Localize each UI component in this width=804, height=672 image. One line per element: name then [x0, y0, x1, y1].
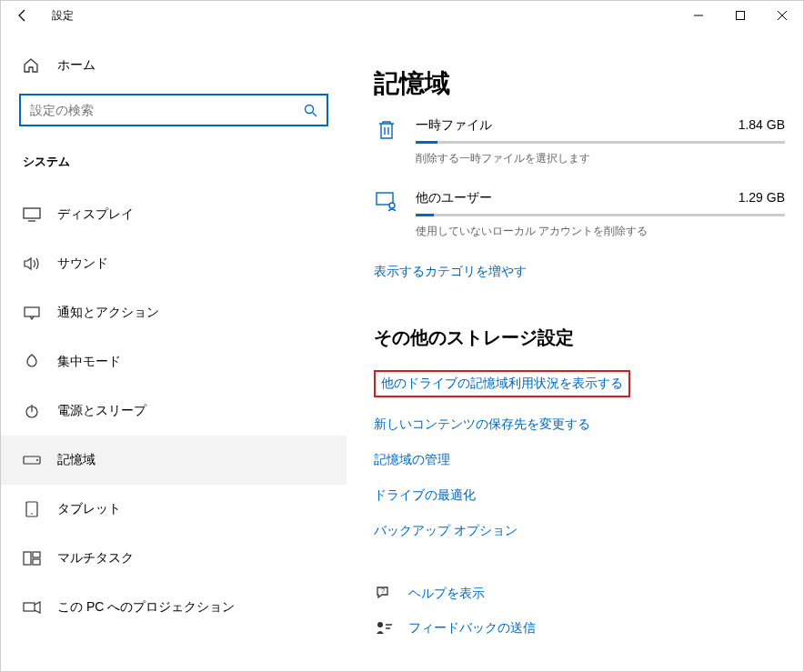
close-icon: [778, 11, 787, 20]
nav-label: この PC へのプロジェクション: [57, 599, 235, 616]
nav-label: タブレット: [57, 501, 121, 517]
svg-rect-1: [737, 12, 745, 20]
nav-tablet[interactable]: タブレット: [19, 485, 328, 534]
arrow-left-icon: [15, 8, 30, 23]
nav-power[interactable]: 電源とスリープ: [19, 386, 328, 436]
sidebar: ホーム システム ディスプレイ サウンド 通知とアクション 集中モード 電源とス…: [1, 30, 347, 671]
category-label: システム: [19, 154, 328, 170]
feedback-row[interactable]: フィードバックの送信: [374, 619, 785, 637]
help-icon: ?: [374, 585, 394, 603]
users-icon: [374, 190, 399, 239]
nav-label: 電源とスリープ: [57, 403, 146, 419]
nav-sound[interactable]: サウンド: [19, 239, 328, 288]
focus-icon: [23, 354, 41, 370]
svg-text:?: ?: [381, 587, 385, 594]
back-button[interactable]: [8, 1, 37, 30]
window-title: 設定: [52, 8, 74, 24]
other-drives-link[interactable]: 他のドライブの記憶域利用状況を表示する: [374, 370, 630, 397]
storage-desc: 削除する一時ファイルを選択します: [416, 151, 785, 166]
nav-label: サウンド: [57, 256, 108, 272]
nav-label: 集中モード: [57, 354, 121, 370]
feedback-icon: [374, 619, 394, 637]
maximize-icon: [736, 11, 745, 20]
storage-item-temp[interactable]: 一時ファイル1.84 GB 削除する一時ファイルを選択します: [374, 117, 785, 166]
maximize-button[interactable]: [719, 1, 761, 30]
svg-point-12: [36, 459, 38, 461]
svg-rect-18: [24, 603, 35, 611]
backup-options-link[interactable]: バックアップ オプション: [374, 523, 518, 539]
storage-icon: [23, 455, 41, 466]
tablet-icon: [23, 501, 41, 517]
display-icon: [23, 207, 41, 222]
feedback-link[interactable]: フィードバックの送信: [408, 620, 536, 637]
storage-title: 一時ファイル: [416, 117, 492, 134]
power-icon: [23, 403, 41, 419]
nav-label: 通知とアクション: [57, 305, 159, 321]
manage-storage-link[interactable]: 記憶域の管理: [374, 452, 450, 468]
other-storage-heading: その他のストレージ設定: [374, 326, 785, 350]
help-link[interactable]: ヘルプを表示: [408, 586, 485, 602]
storage-bar: [416, 141, 785, 144]
help-row[interactable]: ? ヘルプを表示: [374, 585, 785, 603]
storage-bar: [416, 214, 785, 216]
nav-label: ディスプレイ: [57, 206, 134, 223]
page-heading: 記憶域: [374, 66, 785, 101]
nav-notifications[interactable]: 通知とアクション: [19, 288, 328, 337]
nav-focus[interactable]: 集中モード: [19, 337, 328, 386]
home-icon: [23, 57, 41, 74]
nav-projection[interactable]: この PC へのプロジェクション: [19, 583, 328, 632]
svg-rect-15: [24, 552, 31, 565]
projection-icon: [23, 600, 41, 615]
optimize-drives-link[interactable]: ドライブの最適化: [374, 487, 476, 504]
home-label: ホーム: [57, 57, 95, 74]
multitask-icon: [23, 551, 41, 566]
storage-size: 1.84 GB: [739, 117, 785, 134]
trash-icon: [374, 117, 399, 166]
svg-point-14: [31, 513, 33, 515]
nav-storage[interactable]: 記憶域: [1, 436, 347, 485]
close-button[interactable]: [761, 1, 803, 30]
storage-size: 1.29 GB: [739, 190, 785, 206]
storage-title: 他のユーザー: [416, 190, 492, 206]
titlebar: 設定: [1, 1, 803, 30]
more-categories-link[interactable]: 表示するカテゴリを増やす: [374, 264, 527, 280]
notification-icon: [23, 306, 41, 320]
svg-point-20: [389, 203, 395, 208]
search-input[interactable]: [30, 103, 304, 117]
svg-rect-17: [33, 559, 40, 565]
main-panel: 記憶域 一時ファイル1.84 GB 削除する一時ファイルを選択します 他のユーザ…: [347, 30, 803, 671]
minimize-button[interactable]: [678, 1, 719, 30]
home-button[interactable]: ホーム: [19, 57, 328, 74]
nav-label: マルチタスク: [57, 550, 134, 567]
new-content-link[interactable]: 新しいコンテンツの保存先を変更する: [374, 416, 590, 433]
sound-icon: [23, 256, 41, 271]
nav-multitask[interactable]: マルチタスク: [19, 534, 328, 583]
search-box[interactable]: [19, 94, 328, 126]
nav-label: 記憶域: [57, 452, 95, 468]
storage-item-users[interactable]: 他のユーザー1.29 GB 使用していないローカル アカウントを削除する: [374, 190, 785, 239]
svg-rect-16: [33, 552, 40, 557]
storage-desc: 使用していないローカル アカウントを削除する: [416, 224, 785, 239]
svg-rect-8: [25, 307, 39, 316]
nav-display[interactable]: ディスプレイ: [19, 190, 328, 239]
svg-point-4: [306, 105, 314, 113]
minimize-icon: [694, 11, 703, 20]
svg-rect-6: [24, 208, 40, 218]
svg-point-22: [377, 622, 383, 627]
search-icon: [304, 104, 317, 117]
svg-line-5: [313, 112, 317, 116]
